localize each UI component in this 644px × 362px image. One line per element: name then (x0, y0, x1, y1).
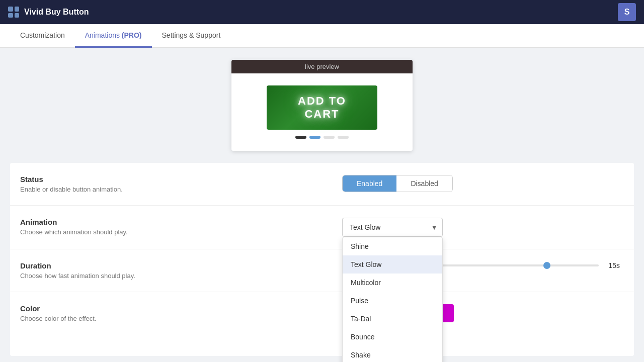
animation-dropdown-menu: Shine Text Glow Multicolor Pulse Ta-Dal (342, 237, 443, 362)
status-enabled-button[interactable]: Enabled (343, 175, 396, 192)
tab-settings[interactable]: Settings & Support (152, 24, 231, 48)
color-label: Color (20, 304, 342, 313)
preview-header: live preview (231, 60, 413, 73)
duration-label: Duration (20, 261, 322, 270)
dropdown-item-ta-dal[interactable]: Ta-Dal (343, 310, 442, 328)
preview-dot-2 (309, 136, 320, 139)
dropdown-item-shine[interactable]: Shine (343, 237, 442, 255)
dropdown-item-text-glow[interactable]: Text Glow (343, 255, 442, 274)
app-title: Vivid Buy Button (24, 8, 89, 17)
preview-dots (295, 136, 349, 139)
preview-body: ADD TO CART (231, 73, 413, 151)
status-toggle[interactable]: Enabled Disabled (342, 175, 453, 192)
app-icon (8, 7, 19, 18)
animation-selected-value: Text Glow (350, 223, 380, 231)
status-left: Status Enable or disable button animatio… (20, 175, 342, 193)
preview-label: live preview (305, 63, 339, 70)
add-to-cart-preview-button[interactable]: ADD TO CART (267, 85, 377, 130)
animation-label: Animation (20, 218, 342, 226)
animation-right: Text Glow ▼ Shine Text Glow Multicolor (342, 218, 443, 237)
animation-dropdown-wrapper: Text Glow ▼ Shine Text Glow Multicolor (342, 218, 443, 237)
dropdown-item-shake[interactable]: Shake (343, 346, 442, 362)
dropdown-item-multicolor[interactable]: Multicolor (343, 274, 442, 292)
tab-animations[interactable]: Animations (PRO) (75, 24, 152, 48)
status-right: Enabled Disabled (342, 175, 453, 192)
preview-dot-1 (295, 136, 306, 139)
duration-value: 15s (605, 261, 620, 269)
preview-dot-4 (338, 136, 349, 139)
save-button[interactable]: S (618, 3, 636, 21)
status-disabled-button[interactable]: Disabled (396, 175, 452, 192)
dropdown-item-bounce[interactable]: Bounce (343, 328, 442, 346)
duration-left: Duration Choose how fast animation shoul… (20, 261, 322, 280)
app-title-area: Vivid Buy Button (8, 7, 89, 18)
animation-left: Animation Choose which animation should … (20, 218, 342, 236)
status-row: Status Enable or disable button animatio… (10, 163, 634, 206)
top-bar: Vivid Buy Button S (0, 0, 644, 24)
duration-row: Duration Choose how fast animation shoul… (10, 249, 634, 292)
settings-section: Status Enable or disable button animatio… (10, 163, 634, 356)
color-left: Color Choose color of the effect. (20, 304, 342, 322)
tab-customization[interactable]: Customization (10, 24, 75, 48)
main-content: live preview ADD TO CART Status Enable o… (0, 48, 644, 362)
pro-badge: (PRO) (122, 31, 142, 39)
animation-description: Choose which animation should play. (20, 228, 342, 236)
animation-row: Animation Choose which animation should … (10, 206, 634, 249)
status-description: Enable or disable button animation. (20, 186, 342, 193)
preview-dot-3 (324, 136, 335, 139)
preview-container: live preview ADD TO CART (231, 60, 413, 151)
status-label: Status (20, 175, 342, 184)
duration-description: Choose how fast animation should play. (20, 272, 322, 280)
dropdown-item-pulse[interactable]: Pulse (343, 292, 442, 310)
color-row: Color Choose color of the effect. (10, 292, 634, 356)
color-description: Choose color of the effect. (20, 315, 342, 322)
tabs-bar: Customization Animations (PRO) Settings … (0, 24, 644, 48)
animation-dropdown-trigger[interactable]: Text Glow (342, 218, 443, 237)
